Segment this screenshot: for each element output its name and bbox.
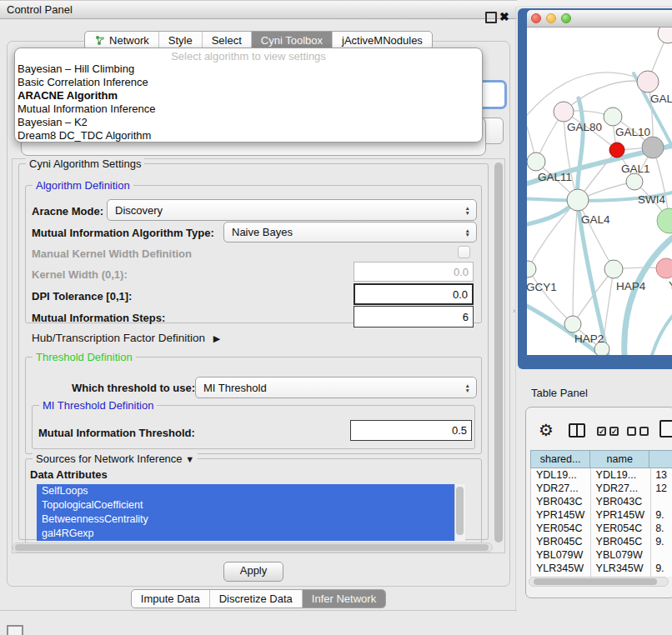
document-icon[interactable] <box>659 420 672 438</box>
node-attribute-table: shared... name YDL19...YDL19...13 YDR27.… <box>530 450 672 577</box>
dpi-tolerance-field[interactable]: 0.0 <box>354 283 474 305</box>
checked-checkbox-icon[interactable]: ✓ <box>597 427 606 436</box>
close-traffic-light-icon[interactable] <box>531 13 541 23</box>
cyni-bottom-tabbar: Impute Data Discretize Data Infer Networ… <box>0 589 517 608</box>
tab-cyni-toolbox[interactable]: Cyni Toolbox <box>251 32 332 49</box>
kernel-width-label: Kernel Width (0,1): <box>32 268 128 281</box>
settings-vertical-scrollbar[interactable] <box>494 162 503 542</box>
apply-button[interactable]: Apply <box>223 562 283 582</box>
list-item[interactable]: TopologicalCoefficient <box>37 498 465 512</box>
node-label: SWI4 <box>638 193 665 206</box>
tab-select[interactable]: Select <box>202 32 251 49</box>
network-node[interactable] <box>637 71 659 92</box>
kernel-width-field[interactable]: 0.0 <box>354 262 474 282</box>
mi-steps-label: Mutual Information Steps: <box>32 312 165 324</box>
network-node-hap4[interactable] <box>604 260 623 278</box>
tab-discretize-data[interactable]: Discretize Data <box>209 590 302 608</box>
network-node-gcy1[interactable] <box>527 261 536 278</box>
network-canvas[interactable]: GAL GAL80 GAL10 GAL1 GAL11 SWI4 GAL4 GCY… <box>527 28 672 355</box>
node-label: Y <box>669 279 672 292</box>
gear-icon[interactable]: ⚙ <box>539 420 554 440</box>
tab-network-label: Network <box>109 34 149 47</box>
control-panel-bottom-edge <box>0 610 517 611</box>
network-node-gal10[interactable] <box>604 108 622 126</box>
minimize-traffic-light-icon[interactable] <box>546 13 556 23</box>
columns-icon[interactable] <box>569 423 585 438</box>
mi-steps-field[interactable]: 6 <box>354 306 474 328</box>
settings-horizontal-scrollbar-thumb[interactable] <box>15 544 489 551</box>
network-window-titlebar[interactable] <box>527 10 672 28</box>
application-screen: Control Panel ✖ Network Style Select Cyn… <box>0 0 672 635</box>
network-node[interactable] <box>658 28 672 43</box>
combobox-arrows-icon: ▲▼ <box>465 206 470 215</box>
network-node-gal80[interactable] <box>554 102 574 122</box>
which-threshold-combobox[interactable]: MI Threshold ▲▼ <box>195 377 477 398</box>
checked-checkbox-icon[interactable]: ✓ <box>609 427 619 436</box>
control-panel-title: Control Panel <box>7 1 73 19</box>
dropdown-item[interactable]: Bayesian – Hill Climbing <box>15 62 482 76</box>
network-node-swi4[interactable] <box>626 173 643 190</box>
column-header[interactable]: shared... <box>531 451 590 468</box>
table-body: YDL19...YDL19...13 YDR27...YDR27...12 YB… <box>530 468 672 577</box>
tab-jactivemnodules[interactable]: jActiveMNodules <box>332 32 432 49</box>
unchecked-checkbox-icon[interactable] <box>639 427 649 436</box>
dropdown-item[interactable]: Basic Correlation Inference <box>15 76 482 89</box>
zoom-traffic-light-icon[interactable] <box>561 13 571 23</box>
tab-style[interactable]: Style <box>158 32 202 49</box>
manual-kernel-width-checkbox[interactable] <box>458 246 470 258</box>
dropdown-item[interactable]: Dream8 DC_TDC Algorithm <box>15 129 482 142</box>
node-label: GCY1 <box>527 281 557 293</box>
aracne-mode-value: Discovery <box>115 204 163 217</box>
sources-group-title[interactable]: Sources for Network Inference ▼ <box>33 452 198 465</box>
network-node-hap2[interactable] <box>564 316 581 332</box>
hub-definition-expander[interactable]: Hub/Transcription Factor Definition ▶ <box>32 332 220 344</box>
node-label: GAL <box>650 92 672 105</box>
network-node-pink[interactable] <box>656 258 672 278</box>
tab-network[interactable]: Network <box>85 32 158 49</box>
list-item[interactable]: gal4RGexp <box>37 527 465 541</box>
mi-threshold-definition-title: MI Threshold Definition <box>39 399 157 412</box>
network-node-green[interactable] <box>657 208 672 233</box>
network-node-selected-red[interactable] <box>609 142 624 158</box>
mi-algorithm-type-combobox[interactable]: Naive Bayes ▲▼ <box>223 222 477 242</box>
mi-algorithm-type-value: Naive Bayes <box>232 226 293 238</box>
mi-threshold-field[interactable]: 0.5 <box>350 420 472 441</box>
node-label: GAL4 <box>581 213 610 226</box>
hub-definition-label: Hub/Transcription Factor Definition <box>32 332 205 344</box>
list-item[interactable]: SelfLoops <box>37 484 465 498</box>
dropdown-item[interactable]: Mutual Information Inference <box>15 102 482 116</box>
dropdown-item-selected[interactable]: ARACNE Algorithm <box>15 89 482 102</box>
expander-collapsed-icon: ▶ <box>213 333 220 343</box>
node-label: GAL11 <box>538 171 572 183</box>
panel-splitter-handle[interactable]: › <box>513 308 517 315</box>
unchecked-checkbox-icon[interactable] <box>627 427 636 436</box>
which-threshold-label: Which threshold to use: <box>72 382 195 394</box>
node-label: HAP2 <box>574 332 604 345</box>
combobox-arrows-icon: ▲▼ <box>465 383 470 392</box>
tab-impute-data[interactable]: Impute Data <box>132 590 209 608</box>
network-node-gal11[interactable] <box>527 152 545 171</box>
control-panel-titlebar: Control Panel ✖ <box>0 0 517 19</box>
network-node-gray[interactable] <box>642 137 664 158</box>
table-horizontal-scrollbar-thumb[interactable] <box>534 578 657 585</box>
list-item[interactable]: BetweennessCentrality <box>37 512 465 527</box>
table-panel-title: Table Panel <box>531 387 588 399</box>
dropdown-placeholder: Select algorithm to view settings <box>15 50 482 62</box>
attributes-list-scrollbar-thumb[interactable] <box>456 487 464 535</box>
dropdown-item[interactable]: Bayesian – K2 <box>15 116 482 129</box>
network-icon <box>94 35 105 46</box>
column-header[interactable] <box>649 451 672 468</box>
node-label: GAL80 <box>567 121 602 133</box>
aracne-mode-combobox[interactable]: Discovery ▲▼ <box>107 199 477 221</box>
float-window-icon[interactable] <box>485 12 497 23</box>
tab-infer-network[interactable]: Infer Network <box>302 590 385 608</box>
network-view-window: GAL GAL80 GAL10 GAL1 GAL11 SWI4 GAL4 GCY… <box>518 8 672 369</box>
network-node-gal4[interactable] <box>567 189 589 211</box>
threshold-definition-title: Threshold Definition <box>33 351 136 363</box>
algorithm-definition-title: Algorithm Definition <box>33 179 133 192</box>
close-icon[interactable]: ✖ <box>499 8 509 25</box>
network-graph: GAL GAL80 GAL10 GAL1 GAL11 SWI4 GAL4 GCY… <box>527 28 672 355</box>
column-header[interactable]: name <box>590 451 649 468</box>
combobox-arrows-icon: ▲▼ <box>465 228 470 237</box>
minimized-panel-icon[interactable] <box>7 625 23 635</box>
